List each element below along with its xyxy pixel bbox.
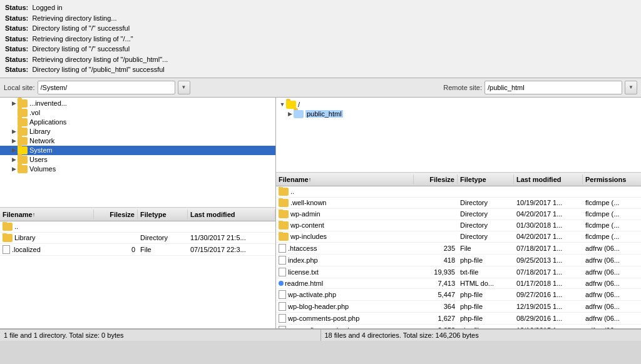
remote-tree[interactable]: ▼ / ▶ public_html [276,98,641,173]
file-perms-cell: flcdmpe (... [583,210,641,218]
status-line-2: Status: Retrieving directory listing... [5,13,636,24]
file-name-cell: wp-activate.php [276,290,414,300]
folder-icon [18,146,28,154]
remote-site-input[interactable] [485,81,622,94]
table-row[interactable]: wp-config-sample.php 2,853 php-file 12/1… [276,325,641,328]
file-perms-cell: adfrw (06... [583,302,641,311]
table-row[interactable]: wp-activate.php 5,447 php-file 09/27/201… [276,289,641,301]
file-name-cell: .htaccess [276,243,414,253]
folder-icon [286,101,296,109]
file-size-cell: 0 [94,245,138,254]
file-type-cell: php-file [458,256,514,265]
file-type-cell: php-file [458,326,514,328]
file-perms-cell: adfrw (06... [583,326,641,328]
table-row[interactable]: wp-content Directory 01/30/2018 1... flc… [276,220,641,231]
file-perms-cell: flcdmpe (... [583,221,641,230]
table-row[interactable]: .htaccess 235 File 07/18/2017 1... adfrw… [276,243,641,255]
local-site-group: Local site: [4,81,190,94]
table-row[interactable]: .. [276,186,641,198]
folder-icon [294,110,304,118]
table-row[interactable]: license.txt 19,935 txt-file 07/18/2017 1… [276,266,641,278]
left-col-modified[interactable]: Last modified [188,210,275,220]
folder-icon [279,188,289,196]
table-row[interactable]: wp-comments-post.php 1,627 php-file 08/2… [276,313,641,325]
right-col-modified[interactable]: Last modified [514,174,583,185]
tree-item-label: .vol [29,109,40,116]
status-line-5: Status: Directory listing of "/" success… [5,44,636,54]
file-size-cell: 7,413 [414,279,458,288]
table-row[interactable]: .. [0,221,275,233]
tree-arrow: ▶ [10,166,18,172]
file-size-cell [414,236,458,237]
tree-item-label: ...invented... [29,99,67,107]
file-modified-cell: 01/17/2018 1... [514,279,583,288]
table-row[interactable]: .localized 0 File 07/15/2017 22:3... [0,244,275,256]
file-size-cell: 19,935 [414,268,458,276]
tree-item-volumes[interactable]: ▶ Volumes [0,164,275,174]
local-site-dropdown[interactable] [178,81,190,94]
right-file-list[interactable]: .. .well-known Directory 10/19/2017 1...… [276,186,641,328]
file-size-cell [94,226,138,227]
left-tree[interactable]: ▶ ...invented... .vol Applications ▶ Lib… [0,98,275,208]
file-perms-cell: adfrw (06... [583,268,641,276]
tree-arrow: ▶ [10,128,18,134]
tree-item-applications[interactable]: Applications [0,118,275,127]
status-bar: Status: Logged in Status: Retrieving dir… [0,0,641,78]
tree-item-vol[interactable]: .vol [0,108,275,118]
file-icon [3,245,10,254]
file-size-cell [414,191,458,192]
file-type-cell: Directory [458,198,514,207]
file-type-cell [458,191,514,192]
tree-item-label: System [29,146,53,154]
table-row[interactable]: wp-blog-header.php 364 php-file 12/19/20… [276,301,641,313]
table-row[interactable]: .well-known Directory 10/19/2017 1... fl… [276,198,641,209]
file-modified-cell: 07/15/2017 22:3... [188,245,275,254]
tree-item-invented[interactable]: ▶ ...invented... [0,99,275,108]
file-icon [279,314,286,323]
file-icon [279,290,286,299]
tree-item-root[interactable]: ▼ / [276,100,641,109]
right-col-header: Filename ↑ Filesize Filetype Last modifi… [276,173,641,186]
tree-item-public-html[interactable]: ▶ public_html [276,109,641,119]
tree-item-users[interactable]: ▶ Users [0,155,275,164]
table-row[interactable]: wp-includes Directory 04/20/2017 1... fl… [276,231,641,243]
left-file-list[interactable]: .. Library Directory 11/30/2017 21:5... … [0,221,275,328]
tree-item-system[interactable]: ▶ System [0,146,275,155]
table-row[interactable]: wp-admin Directory 04/20/2017 1... flcdm… [276,209,641,220]
file-size-cell [414,213,458,215]
right-col-filename[interactable]: Filename ↑ [276,174,414,185]
status-footer: 1 file and 1 directory. Total size: 0 by… [0,329,641,341]
status-line-1: Status: Logged in [5,3,636,13]
remote-site-dropdown[interactable] [625,81,637,94]
right-status-footer: 18 files and 4 directories. Total size: … [321,330,642,341]
file-modified-cell: 12/16/2015 1... [514,326,583,328]
right-col-filesize[interactable]: Filesize [414,174,458,185]
left-col-filename[interactable]: Filename ↑ [0,210,94,220]
file-type-cell: HTML do... [458,279,514,288]
file-type-cell: Directory [458,221,514,230]
tree-item-label: / [298,101,300,108]
file-type-cell: php-file [458,302,514,311]
file-size-cell: 235 [414,244,458,253]
file-name-cell: wp-content [276,221,414,230]
table-row[interactable]: index.php 418 php-file 09/25/2013 1... a… [276,255,641,266]
left-col-filesize[interactable]: Filesize [94,210,138,220]
table-row[interactable]: readme.html 7,413 HTML do... 01/17/2018 … [276,278,641,289]
right-col-filetype[interactable]: Filetype [458,174,514,185]
file-name-cell: license.txt [276,267,414,277]
tree-item-network[interactable]: ▶ Network [0,136,275,146]
tree-item-library[interactable]: ▶ Library [0,127,275,136]
file-name-cell: Library [0,233,94,243]
right-col-permissions[interactable]: Permissions [583,174,641,185]
local-site-input[interactable] [38,81,175,94]
file-perms-cell [583,191,641,192]
file-modified-cell: 07/18/2017 1... [514,244,583,253]
file-size-cell: 2,853 [414,326,458,328]
file-name-cell: readme.html [276,279,414,288]
left-col-filetype[interactable]: Filetype [138,210,188,220]
file-icon [279,244,286,253]
main-area: ▶ ...invented... .vol Applications ▶ Lib… [0,98,641,329]
table-row[interactable]: Library Directory 11/30/2017 21:5... [0,233,275,244]
folder-icon [3,223,13,231]
file-type-cell: php-file [458,314,514,323]
